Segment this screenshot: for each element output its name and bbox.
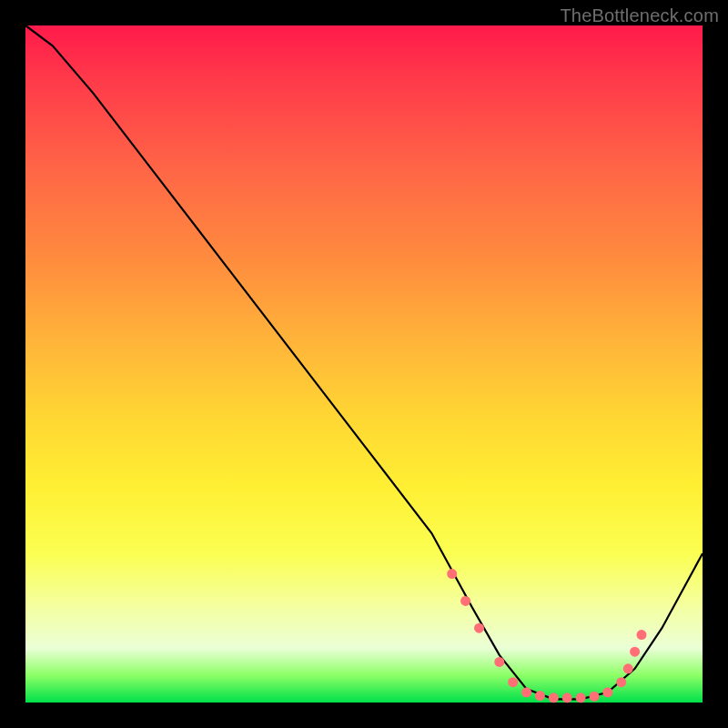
marker-dot	[616, 677, 626, 687]
marker-dot	[494, 657, 504, 667]
marker-dot	[602, 687, 612, 697]
watermark-text: TheBottleneck.com	[560, 5, 719, 26]
marker-dot	[562, 693, 572, 703]
bottleneck-curve	[25, 25, 703, 699]
chart-svg	[25, 25, 703, 703]
marker-dots	[447, 569, 646, 703]
marker-dot	[535, 691, 545, 701]
marker-dot	[590, 692, 600, 702]
marker-dot	[637, 630, 647, 640]
marker-dot	[447, 569, 457, 579]
marker-dot	[630, 647, 640, 657]
marker-dot	[623, 663, 633, 673]
plot-area	[25, 25, 703, 703]
marker-dot	[521, 687, 531, 697]
marker-dot	[508, 677, 518, 687]
marker-dot	[474, 623, 484, 633]
marker-dot	[576, 693, 586, 703]
marker-dot	[549, 693, 559, 703]
chart-frame: TheBottleneck.com	[0, 0, 728, 728]
marker-dot	[460, 596, 470, 606]
